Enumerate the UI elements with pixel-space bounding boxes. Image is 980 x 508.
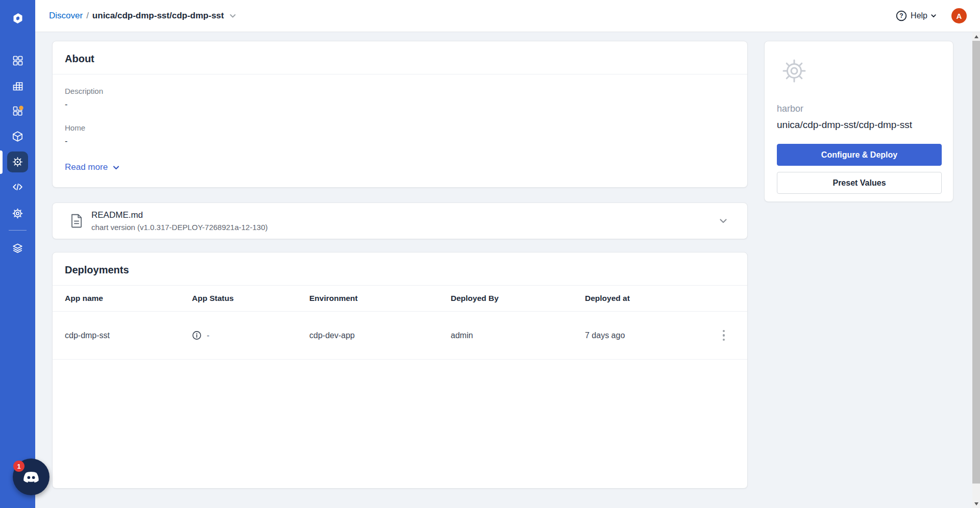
column-app-status: App Status [192, 294, 309, 303]
breadcrumb-current-chart: unica/cdp-dmp-sst/cdp-dmp-sst [92, 11, 224, 21]
about-field-home: Home - [65, 123, 735, 146]
deployment-table-row[interactable]: cdp-dmp-sst - cdp-dev-app admin 7 days a… [53, 312, 747, 360]
cell-app-name: cdp-dmp-sst [65, 331, 192, 340]
question-circle-icon: ? [896, 10, 907, 21]
deployments-table-header: App name App Status Environment Deployed… [53, 286, 747, 312]
svg-text:?: ? [899, 12, 903, 19]
jobs-icon [11, 105, 24, 118]
description-value: - [65, 100, 735, 109]
readme-file-icon [69, 213, 84, 229]
applications-grid-icon [12, 55, 24, 67]
sidebar-divider [9, 230, 27, 231]
resource-stack-icon [11, 241, 24, 254]
sidebar-item-global-config[interactable] [7, 203, 28, 224]
configure-deploy-button[interactable]: Configure & Deploy [777, 144, 942, 166]
scrollbar-thumb[interactable] [972, 41, 980, 484]
chart-full-name: unica/cdp-dmp-sst/cdp-dmp-sst [777, 119, 941, 131]
column-deployed-by: Deployed By [451, 294, 585, 303]
scroll-down-arrow[interactable] [972, 499, 980, 508]
about-field-description: Description - [65, 87, 735, 109]
read-more-chevron-down-icon [112, 163, 120, 172]
top-header: Discover / unica/cdp-dmp-sst/cdp-dmp-sst… [35, 0, 980, 32]
read-more-label: Read more [65, 162, 108, 172]
notification-dot [19, 106, 23, 110]
chart-repo-name: harbor [777, 104, 941, 114]
sidebar-item-app-groups[interactable] [7, 75, 28, 96]
cell-deployed-at: 7 days ago [585, 331, 717, 340]
read-more-link[interactable]: Read more [65, 162, 120, 172]
devtron-logo-icon [9, 9, 27, 28]
sidebar-item-applications[interactable] [7, 50, 28, 71]
sidebar-item-code-editor[interactable] [7, 176, 28, 197]
home-value: - [65, 137, 735, 146]
breadcrumb: Discover / unica/cdp-dmp-sst/cdp-dmp-sst [49, 11, 237, 21]
sidebar-item-helm-charts[interactable] [7, 151, 28, 172]
row-menu-kebab-icon[interactable] [717, 327, 731, 344]
sidebar [0, 0, 35, 508]
preset-values-button[interactable]: Preset Values [777, 172, 942, 194]
help-label: Help [911, 11, 927, 20]
sidebar-item-resource-browser[interactable] [7, 237, 28, 258]
code-icon [11, 181, 24, 193]
helm-wheel-icon [11, 156, 24, 168]
about-title: About [65, 53, 94, 64]
app-status-value: - [207, 331, 209, 340]
main-content: About Description - Home - Read more [35, 32, 972, 508]
app-group-table-icon [12, 80, 24, 92]
column-environment: Environment [309, 294, 451, 303]
home-label: Home [65, 123, 735, 132]
readme-text: README.md chart version (v1.0.317-DEPLOY… [91, 210, 267, 232]
breadcrumb-chevron-down-icon[interactable] [228, 11, 237, 20]
cell-app-status: - [192, 331, 309, 340]
topbar-right-controls: ? Help A [896, 8, 967, 23]
user-avatar[interactable]: A [951, 8, 967, 23]
about-card-header: About [53, 41, 747, 74]
settings-gear-icon [11, 207, 24, 220]
sidebar-item-jobs[interactable] [7, 100, 28, 121]
deployments-title: Deployments [65, 264, 129, 275]
readme-card[interactable]: README.md chart version (v1.0.317-DEPLOY… [52, 202, 748, 239]
description-label: Description [65, 87, 735, 95]
breadcrumb-discover-link[interactable]: Discover [49, 11, 83, 21]
active-nav-indicator [0, 150, 3, 174]
sidebar-item-chart-store[interactable] [7, 126, 28, 147]
cell-deployed-by: admin [451, 331, 585, 340]
devtron-logo[interactable] [8, 9, 28, 28]
about-body: Description - Home - Read more [53, 74, 747, 185]
help-chevron-down-icon [930, 12, 937, 19]
readme-filename: README.md [91, 210, 267, 220]
readme-expand-chevron-icon[interactable] [718, 215, 729, 226]
readme-chart-version: chart version (v1.0.317-DEPLOY-7268921a-… [91, 223, 267, 232]
about-card: About Description - Home - Read more [52, 41, 748, 188]
deployments-card: Deployments App name App Status Environm… [52, 252, 748, 489]
deployments-card-header: Deployments [53, 252, 747, 286]
discord-notification-badge: 1 [13, 461, 24, 472]
vertical-scrollbar[interactable] [972, 32, 980, 508]
help-menu[interactable]: ? Help [896, 10, 937, 21]
info-icon[interactable] [192, 331, 202, 340]
chart-placeholder-helm-icon [779, 56, 941, 88]
chart-store-cube-icon [11, 130, 24, 143]
scroll-up-arrow[interactable] [972, 32, 980, 41]
column-deployed-at: Deployed at [585, 294, 735, 303]
column-app-name: App name [65, 294, 192, 303]
cell-environment: cdp-dev-app [309, 331, 451, 340]
discord-icon [20, 466, 42, 488]
breadcrumb-separator: / [86, 11, 89, 21]
chart-summary-panel: harbor unica/cdp-dmp-sst/cdp-dmp-sst Con… [764, 41, 953, 202]
